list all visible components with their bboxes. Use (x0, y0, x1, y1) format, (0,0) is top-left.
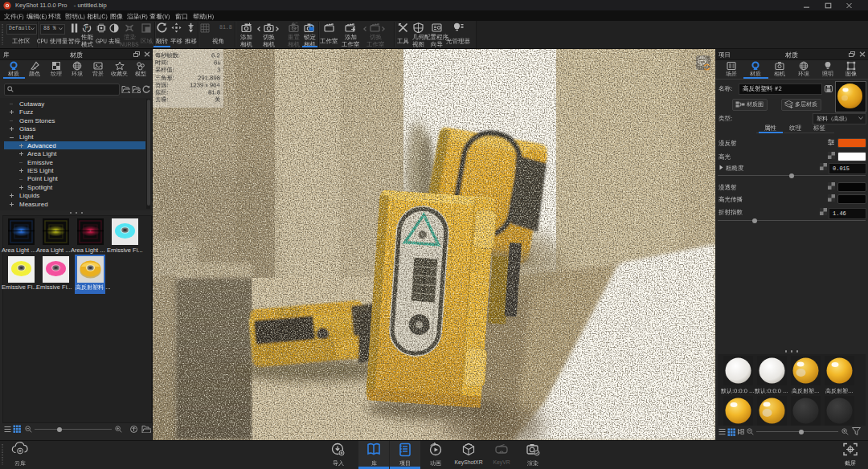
svg-text:P: P (85, 25, 88, 31)
